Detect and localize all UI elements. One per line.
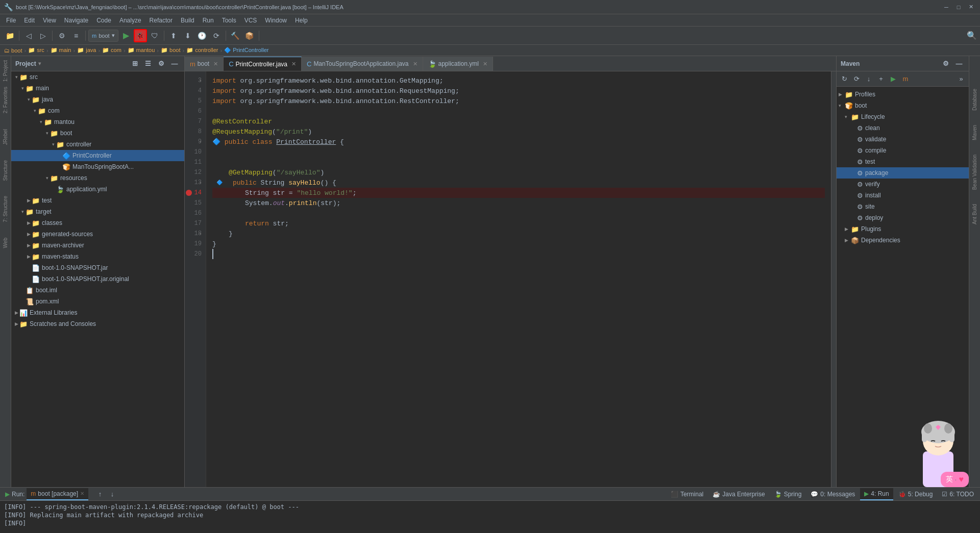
tree-resources[interactable]: ▾ 📁 resources	[11, 172, 184, 184]
menu-run[interactable]: Run	[199, 16, 218, 25]
tab-spring[interactable]: 🍃 Spring	[770, 488, 806, 500]
menu-code[interactable]: Code	[92, 16, 115, 25]
tree-scratches[interactable]: ▶ 📁 Scratches and Consoles	[11, 318, 184, 329]
tree-main[interactable]: ▾ 📁 main	[11, 83, 184, 94]
toolbar-layout-btn[interactable]: ≡	[69, 29, 83, 42]
maven-download-btn[interactable]: ↓	[863, 73, 874, 85]
menu-navigate[interactable]: Navigate	[60, 16, 92, 25]
menu-file[interactable]: File	[2, 16, 20, 25]
tree-test[interactable]: ▶ 📁 test	[11, 195, 184, 206]
tree-ext-libs[interactable]: ▶ 📊 External Libraries	[11, 307, 184, 318]
toolbar-deploy-btn[interactable]: 📦	[243, 29, 256, 42]
toolbar-back-btn[interactable]: ◁	[22, 29, 35, 42]
tab-mantouapp[interactable]: C ManTouSpringBootApplication.java ✕	[302, 57, 423, 71]
strip-favorites-label[interactable]: 2: Favorites	[3, 85, 8, 115]
project-scope-btn[interactable]: ⊞	[129, 58, 140, 69]
strip-jrebel-label[interactable]: JRebel	[3, 127, 8, 147]
toolbar-git-btn[interactable]: ⬇	[181, 29, 194, 42]
tree-pom[interactable]: 📜 pom.xml	[11, 296, 184, 307]
tab-boot[interactable]: m boot ✕	[185, 57, 224, 71]
tab-yml-close[interactable]: ✕	[483, 61, 487, 67]
maven-plugins[interactable]: ▶ 📁 Plugins	[837, 223, 969, 235]
bc-com[interactable]: 📁 com	[102, 47, 121, 54]
maven-boot[interactable]: ▾ 🍞 boot	[837, 100, 969, 111]
bc-controller[interactable]: 📁 controller	[186, 47, 218, 54]
project-settings-btn[interactable]: ⚙	[156, 58, 167, 69]
tab-mantouapp-close[interactable]: ✕	[413, 61, 418, 67]
maven-refresh-btn[interactable]: ↻	[839, 73, 850, 85]
tab-printcontroller-close[interactable]: ✕	[291, 61, 296, 67]
bt-scroll-up[interactable]: ↑	[94, 489, 106, 500]
tree-maven-status[interactable]: ▶ 📁 maven-status	[11, 251, 184, 262]
bc-mantou[interactable]: 📁 mantou	[128, 47, 155, 54]
maven-reimport-btn[interactable]: ⟳	[851, 73, 862, 85]
editor-scrollbar[interactable]	[831, 71, 836, 487]
tree-application-yml[interactable]: 🍃 application.yml	[11, 184, 184, 195]
tree-controller[interactable]: ▾ 📁 controller	[11, 139, 184, 150]
tree-generated-sources[interactable]: ▶ 📁 generated-sources	[11, 229, 184, 240]
maven-validate[interactable]: ⚙ validate	[837, 134, 969, 145]
tree-printcontroller[interactable]: 🔷 PrintController	[11, 150, 184, 161]
tab-boot-close[interactable]: ✕	[213, 61, 218, 67]
menu-edit[interactable]: Edit	[20, 16, 39, 25]
tab-debug[interactable]: 🐞 5: Debug	[894, 488, 937, 500]
toolbar-coverage-btn[interactable]: 🛡	[148, 29, 161, 42]
close-button[interactable]: ✕	[966, 2, 976, 12]
maven-test[interactable]: ⚙ test	[837, 156, 969, 167]
bc-java[interactable]: 📁 java	[77, 47, 96, 54]
tab-java-enterprise[interactable]: ☕ Java Enterprise	[708, 488, 769, 500]
bc-main[interactable]: 📁 main	[51, 47, 71, 54]
project-layout-btn[interactable]: ☰	[142, 58, 154, 69]
strip-project-label[interactable]: 1: Project	[3, 58, 8, 84]
toolbar-update-btn[interactable]: ⟳	[210, 29, 223, 42]
bc-boot[interactable]: 🗂 boot	[4, 47, 22, 54]
tab-run[interactable]: ▶ 4: Run	[860, 488, 893, 500]
maven-execute-btn[interactable]: m	[900, 73, 911, 85]
toolbar-sync-btn[interactable]: ⚙	[55, 29, 68, 42]
maven-run-btn[interactable]: ▶	[888, 73, 899, 85]
tree-mantouapp[interactable]: 🍞 ManTouSpringBootA...	[11, 161, 184, 172]
maven-compile[interactable]: ⚙ compile	[837, 145, 969, 156]
maven-deploy[interactable]: ⚙ deploy	[837, 212, 969, 223]
maximize-button[interactable]: □	[953, 2, 964, 12]
tab-run-boot-close[interactable]: ✕	[80, 491, 84, 496]
tree-java[interactable]: ▾ 📁 java	[11, 94, 184, 105]
menu-vcs[interactable]: VCS	[240, 16, 261, 25]
menu-build[interactable]: Build	[177, 16, 199, 25]
tree-com[interactable]: ▾ 📁 com	[11, 105, 184, 116]
tree-boot[interactable]: ▾ 📁 boot	[11, 128, 184, 139]
strip-web-label[interactable]: Web	[3, 236, 8, 250]
toolbar-build-btn[interactable]: 🔨	[229, 29, 242, 42]
menu-help[interactable]: Help	[291, 16, 312, 25]
toolbar-debug-btn[interactable]: 🐞	[134, 29, 147, 42]
maven-package[interactable]: ⚙ package	[837, 167, 969, 179]
tree-iml[interactable]: 📋 boot.iml	[11, 285, 184, 296]
bc-boot2[interactable]: 📁 boot	[161, 47, 180, 54]
tree-maven-archiver[interactable]: ▶ 📁 maven-archiver	[11, 240, 184, 251]
tree-jar1[interactable]: 📄 boot-1.0-SNAPSHOT.jar	[11, 262, 184, 273]
maven-profiles[interactable]: ▶ 📁 Profiles	[837, 89, 969, 100]
run-play-icon[interactable]: ▶	[5, 491, 10, 498]
maven-close-btn[interactable]: —	[953, 58, 965, 69]
tree-classes[interactable]: ▶ 📁 classes	[11, 217, 184, 229]
code-content[interactable]: import org.springframework.web.bind.anno…	[206, 71, 831, 487]
toolbar-run-btn[interactable]: ▶	[119, 29, 133, 42]
strip-maven-label[interactable]: Maven	[972, 123, 977, 142]
maven-more-btn[interactable]: »	[955, 73, 967, 85]
run-config-dropdown[interactable]: m boot ▾	[88, 30, 118, 42]
maven-lifecycle[interactable]: ▾ 📁 Lifecycle	[837, 111, 969, 122]
strip-database-label[interactable]: Database	[972, 87, 977, 113]
menu-analyze[interactable]: Analyze	[115, 16, 145, 25]
toolbar-history-btn[interactable]: 🕐	[195, 29, 209, 42]
strip-structure-label[interactable]: Structure	[3, 158, 8, 183]
maven-settings-btn[interactable]: ⚙	[940, 58, 951, 69]
maven-dependencies[interactable]: ▶ 📦 Dependencies	[837, 235, 969, 246]
maven-verify[interactable]: ⚙ verify	[837, 179, 969, 190]
maven-site[interactable]: ⚙ site	[837, 201, 969, 212]
tab-todo[interactable]: ☑ 6: TODO	[938, 488, 978, 500]
tab-messages[interactable]: 💬 0: Messages	[806, 488, 859, 500]
menu-refactor[interactable]: Refactor	[145, 16, 177, 25]
bt-scroll-down[interactable]: ↓	[107, 489, 118, 500]
tree-jar2[interactable]: 📄 boot-1.0-SNAPSHOT.jar.original	[11, 273, 184, 285]
menu-view[interactable]: View	[39, 16, 60, 25]
